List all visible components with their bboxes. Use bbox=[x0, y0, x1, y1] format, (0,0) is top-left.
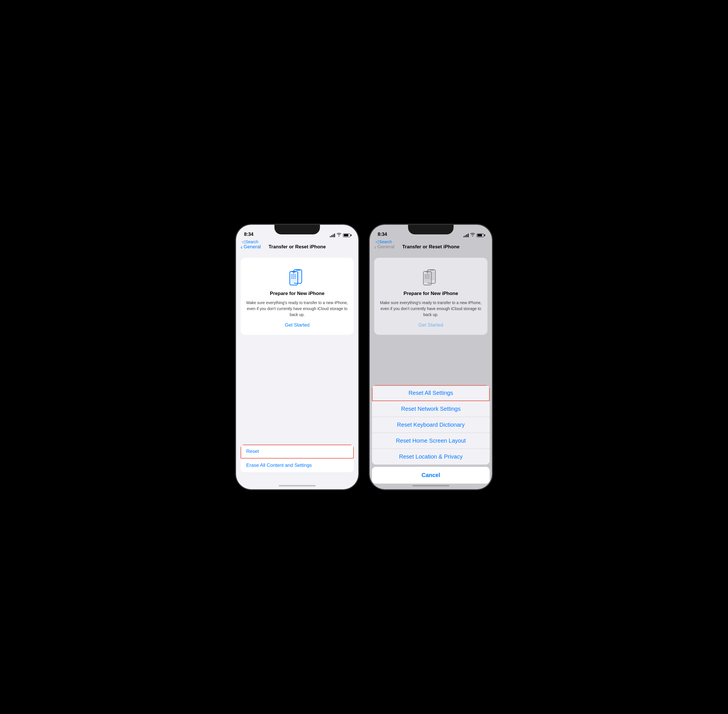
signal-bar-2 bbox=[331, 235, 332, 237]
reset-home-screen-item[interactable]: Reset Home Screen Layout bbox=[372, 433, 490, 449]
cancel-button[interactable]: Cancel bbox=[372, 467, 490, 484]
search-back-label-1: Search bbox=[246, 240, 258, 244]
signal-bar-5 bbox=[464, 236, 464, 237]
svg-rect-25 bbox=[428, 276, 429, 277]
reset-all-settings-item[interactable]: Reset All Settings bbox=[372, 385, 490, 401]
search-back-1[interactable]: ◁ Search bbox=[242, 240, 258, 244]
card-desc-2: Make sure everything's ready to transfer… bbox=[380, 300, 482, 318]
svg-rect-6 bbox=[293, 274, 294, 275]
svg-rect-27 bbox=[427, 278, 428, 279]
card-title-2: Prepare for New iPhone bbox=[403, 291, 458, 296]
reset-label-1: Reset bbox=[246, 448, 259, 454]
search-back-2[interactable]: ◁ Search bbox=[375, 240, 392, 244]
svg-rect-21 bbox=[427, 274, 428, 275]
svg-rect-8 bbox=[291, 276, 292, 277]
svg-rect-28 bbox=[428, 278, 429, 279]
reset-item-1[interactable]: Reset bbox=[241, 445, 354, 459]
signal-bar-1 bbox=[330, 236, 331, 237]
get-started-link-2[interactable]: Get Started bbox=[419, 322, 443, 328]
reset-location-item[interactable]: Reset Location & Privacy bbox=[372, 449, 490, 465]
svg-rect-5 bbox=[291, 274, 292, 275]
reset-keyboard-item[interactable]: Reset Keyboard Dictionary bbox=[372, 417, 490, 433]
nav-back-label-1: General bbox=[244, 244, 261, 250]
back-chevron-2: ◁ bbox=[375, 240, 379, 244]
svg-rect-10 bbox=[295, 276, 296, 277]
nav-title-1: Transfer or Reset iPhone bbox=[268, 244, 326, 250]
reset-list-1: Reset Erase All Content and Settings bbox=[241, 445, 354, 472]
reset-action-group: Reset All Settings Reset Network Setting… bbox=[372, 385, 490, 465]
svg-rect-23 bbox=[425, 276, 426, 277]
signal-icon-2 bbox=[464, 233, 469, 237]
signal-bar-3 bbox=[333, 234, 334, 237]
signal-bar-8 bbox=[468, 234, 469, 237]
reset-keyboard-label: Reset Keyboard Dictionary bbox=[397, 422, 465, 428]
home-indicator-1 bbox=[279, 485, 316, 486]
nav-back-label-2: General bbox=[377, 244, 394, 250]
status-icons-1 bbox=[330, 233, 351, 237]
reset-all-settings-label: Reset All Settings bbox=[409, 390, 453, 396]
reset-network-item[interactable]: Reset Network Settings bbox=[372, 401, 490, 417]
phone-2-screen: 8:34 bbox=[370, 225, 492, 489]
svg-rect-11 bbox=[291, 278, 292, 279]
wifi-icon-1 bbox=[337, 233, 341, 237]
transfer-icon-1 bbox=[286, 264, 309, 287]
nav-chevron-2: ‹ bbox=[374, 244, 376, 250]
battery-icon-1 bbox=[343, 234, 351, 237]
time-display-2: 8:34 bbox=[377, 231, 387, 237]
transfer-icon-2 bbox=[419, 264, 442, 287]
svg-rect-7 bbox=[295, 274, 296, 275]
dimmed-area: Prepare for New iPhone Make sure everyth… bbox=[370, 253, 492, 341]
reset-network-label: Reset Network Settings bbox=[401, 406, 461, 412]
signal-bar-7 bbox=[466, 234, 467, 237]
cancel-label: Cancel bbox=[421, 472, 440, 478]
notch bbox=[274, 225, 320, 234]
status-icons-2 bbox=[464, 233, 484, 237]
svg-rect-24 bbox=[427, 276, 428, 277]
svg-rect-20 bbox=[425, 274, 426, 275]
card-title-1: Prepare for New iPhone bbox=[270, 291, 325, 296]
search-back-label-2: Search bbox=[379, 240, 392, 244]
svg-rect-12 bbox=[293, 278, 294, 279]
action-sheet: Reset All Settings Reset Network Setting… bbox=[370, 385, 492, 484]
home-indicator-2 bbox=[412, 485, 449, 486]
signal-icon-1 bbox=[330, 233, 335, 237]
bottom-section-1: Reset Erase All Content and Settings bbox=[236, 445, 358, 472]
battery-icon-2 bbox=[476, 234, 484, 237]
signal-bar-4 bbox=[334, 234, 335, 237]
svg-rect-13 bbox=[295, 278, 296, 279]
wifi-icon-2 bbox=[470, 233, 475, 237]
nav-title-2: Transfer or Reset iPhone bbox=[402, 244, 459, 250]
svg-rect-26 bbox=[425, 278, 426, 279]
back-chevron-1: ◁ bbox=[242, 240, 245, 244]
prepare-card-1: Prepare for New iPhone Make sure everyth… bbox=[241, 258, 354, 335]
erase-label-1: Erase All Content and Settings bbox=[246, 462, 312, 468]
card-desc-1: Make sure everything's ready to transfer… bbox=[246, 300, 348, 318]
svg-rect-9 bbox=[293, 276, 294, 277]
reset-location-label: Reset Location & Privacy bbox=[399, 453, 462, 460]
erase-item-1[interactable]: Erase All Content and Settings bbox=[241, 459, 354, 472]
get-started-link-1[interactable]: Get Started bbox=[285, 322, 310, 328]
signal-bar-6 bbox=[465, 235, 466, 237]
battery-fill-2 bbox=[478, 234, 482, 236]
reset-home-screen-label: Reset Home Screen Layout bbox=[396, 438, 466, 444]
time-display-1: 8:34 bbox=[244, 231, 253, 237]
notch-2 bbox=[408, 225, 454, 234]
prepare-card-2: Prepare for New iPhone Make sure everyth… bbox=[374, 258, 487, 335]
phone-2: 8:34 bbox=[370, 225, 492, 489]
phone-1-screen: 8:34 bbox=[236, 225, 358, 489]
nav-back-2[interactable]: ‹ General bbox=[374, 244, 394, 250]
svg-rect-22 bbox=[428, 274, 429, 275]
battery-fill-1 bbox=[344, 234, 349, 236]
nav-back-1[interactable]: ‹ General bbox=[241, 244, 261, 250]
nav-chevron-1: ‹ bbox=[241, 244, 243, 250]
phone-1: 8:34 bbox=[236, 225, 358, 489]
